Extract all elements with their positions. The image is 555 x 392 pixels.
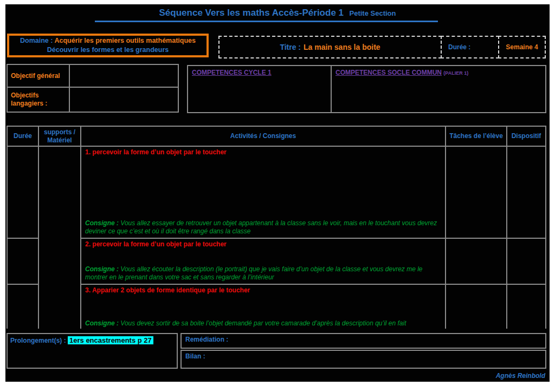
bilan-box: Bilan : — [180, 350, 546, 369]
col-header-taches: Tâches de l’élève — [446, 127, 506, 146]
title-underline — [95, 21, 438, 22]
document-page: Séquence Vers les maths Accès-Période 1 … — [5, 4, 550, 382]
dispositif-cell-row2 — [507, 239, 545, 284]
page-title: Séquence Vers les maths Accès-Période 1 … — [5, 4, 550, 18]
competences-socle-cell: COMPETENCES SOCLE COMMUN (PALIER 1) — [332, 66, 545, 112]
taches-cell-row1 — [446, 147, 506, 238]
dispositif-cell-row1 — [507, 147, 545, 238]
objectif-general-value — [70, 65, 178, 87]
sequence-title-level: Petite Section — [349, 9, 396, 17]
prolongement-value-highlighted: 1ers encastrements p 27 — [68, 336, 153, 344]
col-header-materiel: supports / Matériel — [39, 127, 80, 146]
objectifs-langagiers-label: Objectifs langagiers : — [8, 88, 69, 112]
taches-cell-row2 — [446, 239, 506, 284]
titre-cell: Titre : La main sans la boite — [218, 36, 442, 58]
activite-cell-row1: 1. percevoir la forme d’un objet par le … — [81, 147, 445, 238]
competences-table: COMPETENCES CYCLE 1 COMPETENCES SOCLE CO… — [187, 65, 546, 113]
domaine-value: Acquérir les premiers outils mathématiqu… — [54, 37, 196, 44]
consigne-1: Consigne : Vous allez essayer de retrouv… — [85, 219, 441, 236]
sequence-title: Séquence Vers les maths Accès-Période 1 — [159, 8, 344, 18]
consigne-3: Consigne : Vous devez sortir de sa boite… — [85, 319, 441, 328]
titre-label: Titre : — [280, 43, 301, 51]
activite-1-title: 1. percevoir la forme d’un objet par le … — [85, 148, 441, 156]
competences-cycle1-cell: COMPETENCES CYCLE 1 — [188, 66, 331, 112]
objectifs-langagiers-value — [70, 88, 178, 112]
duree-cell-row3 — [8, 285, 38, 330]
competences-cycle1-heading: COMPETENCES CYCLE 1 — [192, 69, 272, 76]
titre-row: Titre : La main sans la boite Durée : Se… — [218, 36, 546, 58]
objectifs-table: Objectif général Objectifs langagiers : — [7, 64, 179, 113]
activite-3-title: 3. Apparier 2 objets de forme identique … — [85, 286, 441, 294]
activite-cell-row3: 3. Apparier 2 objets de forme identique … — [81, 285, 445, 330]
col-header-dispositif: Dispositif — [507, 127, 545, 146]
consigne-3-label: Consigne : — [85, 319, 119, 327]
activite-cell-row2: 2. percevoir la forme d’un objet par le … — [81, 239, 445, 284]
taches-cell-row3 — [446, 285, 506, 330]
titre-value: La main sans la boite — [304, 43, 380, 51]
col-header-duree: Durée — [8, 127, 38, 146]
domaine-subvalue: Découvrir les formes et les grandeurs — [47, 45, 169, 55]
col-header-activites: Activités / Consignes — [81, 127, 445, 146]
consigne-3-text: Vous devez sortir de sa boite l’objet de… — [120, 319, 406, 327]
domaine-line1: Domaine : Acquérir les premiers outils m… — [20, 36, 196, 46]
competences-socle-palier: (PALIER 1) — [443, 70, 468, 76]
consigne-2: Consigne : Vous allez écouter la descrip… — [85, 265, 441, 282]
duree-cell-row2 — [8, 239, 38, 284]
domaine-label: Domaine : — [20, 37, 53, 44]
consigne-2-text: Vous allez écouter la description (le po… — [85, 265, 423, 281]
activite-2-title: 2. percevoir la forme d’un objet par le … — [85, 240, 441, 248]
remediation-box: Remédiation : — [180, 333, 546, 349]
consigne-1-text: Vous allez essayer de retrouver un objet… — [85, 219, 437, 235]
duree-cell: Durée : — [441, 36, 499, 58]
duree-cell-row1 — [8, 147, 38, 238]
consigne-2-label: Consigne : — [85, 265, 119, 273]
competences-socle-heading: COMPETENCES SOCLE COMMUN — [335, 69, 442, 76]
prolongement-label: Prolongement(s) : — [10, 337, 66, 344]
author-signature: Agnès Reinbold — [496, 372, 545, 380]
dispositif-cell-row3 — [507, 285, 545, 330]
domaine-box: Domaine : Acquérir les premiers outils m… — [7, 34, 209, 57]
activities-table: Durée supports / Matériel Activités / Co… — [7, 126, 546, 329]
consigne-1-label: Consigne : — [85, 219, 119, 227]
prolongement-box: Prolongement(s) : 1ers encastrements p 2… — [7, 333, 178, 369]
materiel-cell — [39, 147, 80, 330]
objectif-general-label: Objectif général — [8, 65, 69, 87]
semaine-cell: Semaine 4 — [498, 36, 546, 58]
